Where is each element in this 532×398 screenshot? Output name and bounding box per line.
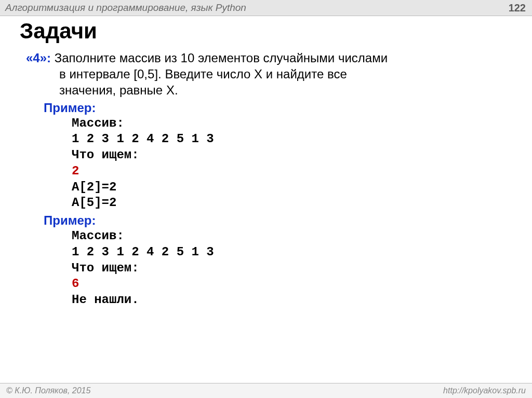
- header-title: Алгоритмизация и программирование, язык …: [5, 2, 246, 13]
- example-1-result-2: A[5]=2: [72, 195, 516, 211]
- example-1-search-label: Что ищем:: [72, 147, 516, 163]
- slide-header: Алгоритмизация и программирование, язык …: [0, 0, 532, 16]
- example-2-array-label: Массив:: [72, 228, 516, 244]
- example-2-label: Пример:: [44, 212, 516, 228]
- example-2-search-value: 6: [72, 276, 516, 292]
- example-2-result: Не нашли.: [72, 292, 516, 308]
- footer-copyright: © К.Ю. Поляков, 2015: [6, 386, 90, 395]
- example-2-array: 1 2 3 1 2 4 2 5 1 3: [72, 244, 516, 260]
- example-1-array: 1 2 3 1 2 4 2 5 1 3: [72, 131, 516, 147]
- example-1-search-value: 2: [72, 163, 516, 180]
- task-line-1: Заполните массив из 10 элементов случайн…: [51, 51, 388, 65]
- slide-footer: © К.Ю. Поляков, 2015 http://kpolyakov.sp…: [0, 383, 532, 398]
- example-1-result-1: A[2]=2: [72, 180, 516, 196]
- task-line-3: значения, равные X.: [59, 82, 516, 98]
- task-line-2: в интервале [0,5]. Введите число X и най…: [59, 66, 516, 82]
- example-1-array-label: Массив:: [72, 116, 516, 132]
- grade-label: «4»:: [26, 51, 51, 65]
- task-statement: «4»: Заполните массив из 10 элементов сл…: [26, 50, 516, 99]
- footer-url: http://kpolyakov.spb.ru: [443, 386, 526, 395]
- example-2-search-label: Что ищем:: [72, 260, 516, 277]
- page-title: Задачи: [20, 19, 97, 44]
- content-area: «4»: Заполните массив из 10 элементов сл…: [26, 50, 516, 308]
- example-1-label: Пример:: [44, 100, 516, 116]
- page-number: 122: [509, 2, 526, 14]
